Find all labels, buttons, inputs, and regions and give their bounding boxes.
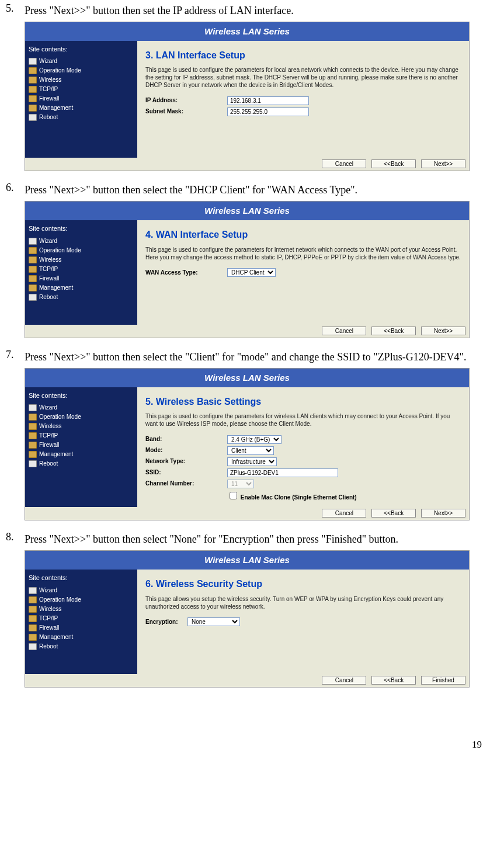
next-button[interactable]: Next>> — [421, 159, 465, 168]
sidebar-item-opmode[interactable]: Operation Mode — [29, 66, 134, 75]
sidebar-item-management[interactable]: Management — [29, 103, 134, 113]
mac-clone-label: Enable Mac Clone (Single Ethernet Client… — [241, 494, 357, 501]
panel-heading: 6. Wireless Security Setup — [145, 577, 461, 592]
sidebar-item-opmode[interactable]: Operation Mode — [29, 412, 134, 422]
sidebar-item-management[interactable]: Management — [29, 450, 134, 459]
sidebar: Site contents: Wizard Operation Mode Wir… — [25, 41, 137, 158]
sidebar-item-management[interactable]: Management — [29, 283, 134, 293]
sidebar-item-firewall[interactable]: Firewall — [29, 440, 134, 450]
wan-access-type-label: WAN Access Type: — [145, 268, 227, 277]
finished-button[interactable]: Finished — [421, 676, 465, 685]
subnet-mask-label: Subnet Mask: — [145, 107, 227, 116]
screenshot-wireless-basic: Wireless LAN Series Site contents: Wizar… — [25, 368, 470, 521]
band-label: Band: — [145, 435, 227, 444]
sidebar-item-tcpip[interactable]: TCP/IP — [29, 431, 134, 440]
banner-title: Wireless LAN Series — [25, 369, 469, 387]
page-number: 19 — [6, 698, 484, 751]
cancel-button[interactable]: Cancel — [322, 676, 366, 685]
sidebar-item-management[interactable]: Management — [29, 633, 134, 642]
main-panel: 6. Wireless Security Setup This page all… — [137, 570, 469, 674]
ssid-input[interactable] — [227, 468, 338, 477]
sidebar: Site contents: Wizard Operation Mode Wir… — [25, 220, 137, 325]
step-text: Press "Next>>" button then select "None"… — [25, 531, 484, 548]
sidebar-item-tcpip[interactable]: TCP/IP — [29, 614, 134, 623]
sidebar-item-tcpip[interactable]: TCP/IP — [29, 265, 134, 274]
network-type-label: Network Type: — [145, 457, 227, 466]
banner-title: Wireless LAN Series — [25, 551, 469, 570]
sidebar: Site contents: Wizard Operation Mode Wir… — [25, 570, 137, 674]
main-panel: 5. Wireless Basic Settings This page is … — [137, 387, 469, 508]
cancel-button[interactable]: Cancel — [322, 509, 366, 518]
sidebar-item-wizard[interactable]: Wizard — [29, 57, 134, 66]
sidebar-item-firewall[interactable]: Firewall — [29, 623, 134, 633]
sidebar-title: Site contents: — [29, 573, 134, 584]
cancel-button[interactable]: Cancel — [322, 327, 366, 335]
panel-heading: 3. LAN Interface Setup — [145, 48, 461, 63]
sidebar-title: Site contents: — [29, 44, 134, 55]
panel-description: This page allows you setup the wireless … — [145, 595, 461, 610]
main-panel: 4. WAN Interface Setup This page is used… — [137, 220, 469, 325]
panel-description: This page is used to configure the param… — [145, 412, 461, 428]
sidebar-title: Site contents: — [29, 391, 134, 401]
sidebar-item-tcpip[interactable]: TCP/IP — [29, 85, 134, 94]
sidebar-item-firewall[interactable]: Firewall — [29, 274, 134, 283]
sidebar-title: Site contents: — [29, 224, 134, 234]
screenshot-wireless-security: Wireless LAN Series Site contents: Wizar… — [25, 550, 470, 688]
sidebar-item-wireless[interactable]: Wireless — [29, 255, 134, 265]
band-select[interactable]: 2.4 GHz (B+G) — [227, 435, 282, 444]
mode-label: Mode: — [145, 446, 227, 455]
step-number: 6. — [6, 182, 25, 343]
sidebar-item-wireless[interactable]: Wireless — [29, 75, 134, 85]
sidebar-item-reboot[interactable]: Reboot — [29, 113, 134, 122]
sidebar-item-opmode[interactable]: Operation Mode — [29, 246, 134, 255]
encryption-label: Encryption: — [145, 617, 187, 627]
sidebar-item-reboot[interactable]: Reboot — [29, 642, 134, 651]
back-button[interactable]: <<Back — [371, 327, 416, 335]
panel-description: This page is used to configure the param… — [145, 66, 461, 89]
main-panel: 3. LAN Interface Setup This page is used… — [137, 41, 469, 158]
banner-title: Wireless LAN Series — [25, 22, 469, 41]
step-number: 5. — [6, 2, 25, 177]
panel-heading: 4. WAN Interface Setup — [145, 227, 461, 242]
network-type-select[interactable]: Infrastructure — [227, 457, 277, 466]
ssid-label: SSID: — [145, 468, 227, 477]
banner-title: Wireless LAN Series — [25, 202, 469, 220]
back-button[interactable]: <<Back — [371, 509, 416, 518]
sidebar-item-wireless[interactable]: Wireless — [29, 422, 134, 431]
sidebar: Site contents: Wizard Operation Mode Wir… — [25, 387, 137, 508]
sidebar-item-opmode[interactable]: Operation Mode — [29, 595, 134, 605]
subnet-mask-input[interactable] — [227, 107, 309, 116]
back-button[interactable]: <<Back — [371, 676, 416, 685]
ip-address-input[interactable] — [227, 96, 309, 105]
step-number: 7. — [6, 349, 25, 526]
wan-access-type-select[interactable]: DHCP Client — [227, 268, 276, 277]
back-button[interactable]: <<Back — [371, 159, 416, 168]
cancel-button[interactable]: Cancel — [322, 159, 366, 168]
sidebar-item-wireless[interactable]: Wireless — [29, 605, 134, 614]
step-number: 8. — [6, 531, 25, 693]
sidebar-item-wizard[interactable]: Wizard — [29, 403, 134, 412]
mode-select[interactable]: Client — [227, 446, 274, 455]
step-text: Press "Next>>" button then set the IP ad… — [25, 2, 484, 19]
screenshot-wan-setup: Wireless LAN Series Site contents: Wizar… — [25, 201, 470, 338]
screenshot-lan-setup: Wireless LAN Series Site contents: Wizar… — [25, 22, 470, 172]
sidebar-item-wizard[interactable]: Wizard — [29, 237, 134, 246]
next-button[interactable]: Next>> — [421, 327, 465, 335]
encryption-select[interactable]: None — [187, 617, 240, 626]
panel-description: This page is used to configure the param… — [145, 246, 461, 261]
sidebar-item-firewall[interactable]: Firewall — [29, 94, 134, 103]
panel-heading: 5. Wireless Basic Settings — [145, 394, 461, 409]
sidebar-item-wizard[interactable]: Wizard — [29, 586, 134, 595]
channel-select[interactable]: 11 — [227, 480, 254, 488]
channel-label: Channel Number: — [145, 479, 227, 488]
next-button[interactable]: Next>> — [421, 509, 465, 518]
sidebar-item-reboot[interactable]: Reboot — [29, 459, 134, 468]
mac-clone-checkbox[interactable] — [230, 492, 237, 499]
step-text: Press "Next>>" button then select the "D… — [25, 182, 484, 199]
step-text: Press "Next>>" button then select the "C… — [25, 349, 484, 366]
ip-address-label: IP Address: — [145, 96, 227, 105]
sidebar-item-reboot[interactable]: Reboot — [29, 293, 134, 302]
